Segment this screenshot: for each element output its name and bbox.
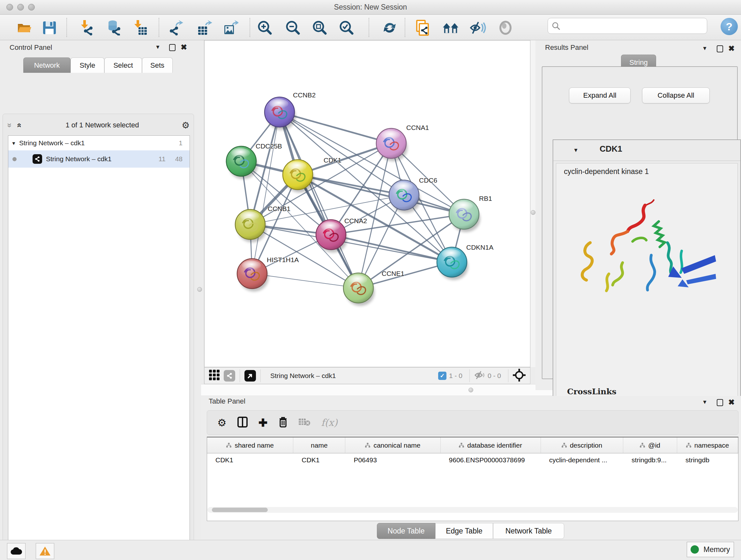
tab-style[interactable]: Style — [71, 57, 105, 73]
warnings-button[interactable] — [36, 543, 54, 559]
delete-column-trash-icon[interactable] — [278, 416, 288, 429]
close-panel-icon[interactable]: ✖ — [728, 398, 735, 407]
function-builder-icon-disabled: f(x) — [321, 417, 337, 428]
network-canvas[interactable]: CCNB2CCNA1CDC25BCDK1CDC6RB1CCNB1CCNA2CDK… — [204, 40, 530, 367]
export-image-button[interactable] — [222, 19, 240, 37]
export-network-button[interactable] — [169, 19, 186, 37]
column-header--id[interactable]: @id — [623, 437, 677, 453]
tab-select[interactable]: Select — [105, 57, 142, 73]
selected-checkbox[interactable]: ✓ — [438, 372, 447, 380]
table-row[interactable]: CDK1CDK1P064939606.ENSP00000378699cyclin… — [207, 453, 738, 467]
tab-network[interactable]: Network — [23, 57, 71, 73]
table-cell[interactable]: stringdb — [677, 456, 738, 464]
tab-sets[interactable]: Sets — [142, 57, 173, 73]
column-header-shared-name[interactable]: shared name — [207, 437, 293, 453]
birds-eye-view-icon[interactable] — [245, 370, 256, 381]
results-panel-splitter[interactable] — [530, 40, 536, 367]
column-header-description[interactable]: description — [541, 437, 623, 453]
table-cell[interactable]: P06493 — [345, 456, 441, 464]
network-edge-CCNB2-CCNA1[interactable] — [280, 112, 391, 143]
zoom-selected-button[interactable] — [338, 19, 355, 37]
export-table-button[interactable] — [196, 19, 213, 37]
expand-all-networks-icon[interactable]: » — [5, 121, 15, 130]
zoom-in-button[interactable] — [256, 19, 273, 37]
table-cell[interactable]: stringdb:9... — [623, 456, 677, 464]
new-network-from-selection-button[interactable] — [414, 19, 431, 37]
float-panel-icon[interactable] — [717, 45, 723, 52]
fit-selection-crosshair-icon[interactable] — [513, 369, 526, 383]
splitter-handle[interactable] — [197, 287, 202, 292]
network-node-CDK1[interactable] — [283, 160, 314, 192]
table-settings-gear-icon[interactable]: ⚙ — [217, 417, 226, 429]
network-row-selected[interactable]: String Network – cdk1 11 48 — [8, 150, 190, 168]
import-network-from-file-button[interactable] — [78, 19, 95, 37]
column-label: shared name — [234, 442, 274, 449]
tab-network-table[interactable]: Network Table — [493, 523, 564, 539]
collapse-all-button[interactable]: Collapse All — [642, 87, 710, 104]
network-node-CCNA2[interactable] — [316, 220, 347, 253]
splitter-handle[interactable] — [531, 210, 536, 215]
table-cell[interactable]: 9606.ENSP00000378699 — [441, 456, 541, 464]
collapse-panel-icon[interactable]: ▼ — [702, 45, 708, 52]
column-header-database-identifier[interactable]: database identifier — [441, 437, 541, 453]
network-thumbnail-icon[interactable] — [224, 370, 235, 381]
minimize-window-button[interactable] — [17, 4, 24, 10]
scrollbar-thumb[interactable] — [212, 508, 268, 512]
network-collection-row[interactable]: ▼ String Network – cdk1 1 — [8, 136, 190, 150]
column-header-namespace[interactable]: namespace — [677, 437, 738, 453]
zoom-fit-content-button[interactable] — [311, 19, 328, 37]
network-node-RB1[interactable] — [449, 199, 480, 232]
search-box[interactable] — [548, 18, 707, 34]
node-label-CDC6: CDC6 — [419, 177, 437, 184]
network-node-CDC25B[interactable] — [226, 146, 258, 179]
network-node-CCNE1[interactable] — [343, 273, 375, 306]
network-view-title: String Network – cdk1 — [270, 372, 438, 380]
import-table-from-file-button[interactable] — [132, 19, 149, 37]
expand-all-button[interactable]: Expand All — [569, 87, 630, 104]
first-neighbors-button[interactable] — [442, 19, 460, 37]
network-node-CCNB1[interactable] — [235, 209, 266, 242]
zoom-out-button[interactable] — [284, 19, 301, 37]
show-columns-icon[interactable] — [238, 417, 248, 429]
splitter-handle[interactable] — [468, 388, 473, 392]
hide-selected-button[interactable] — [469, 19, 486, 37]
collapse-panel-icon[interactable]: ▼ — [155, 44, 160, 51]
tab-edge-table[interactable]: Edge Table — [435, 523, 493, 539]
close-window-button[interactable] — [6, 4, 13, 10]
open-session-button[interactable] — [16, 19, 33, 37]
apply-preferred-layout-button[interactable] — [381, 19, 398, 37]
network-node-HIST1H1A[interactable] — [237, 259, 268, 292]
network-node-CCNA1[interactable] — [376, 128, 408, 161]
string-network-icon — [32, 154, 42, 164]
network-node-CDKN1A[interactable] — [437, 247, 468, 280]
collapse-panel-icon[interactable]: ▼ — [702, 399, 708, 406]
network-node-CDC6[interactable] — [389, 180, 420, 213]
network-edge-CCNA2-CDKN1A[interactable] — [331, 235, 452, 262]
search-input[interactable] — [560, 22, 697, 30]
gear-icon[interactable]: ⚙ — [182, 120, 190, 131]
save-session-button[interactable] — [41, 19, 58, 37]
zoom-window-button[interactable] — [28, 4, 35, 10]
close-panel-icon[interactable]: ✖ — [728, 44, 735, 53]
add-column-plus-icon[interactable]: ✚ — [259, 416, 268, 429]
import-network-from-database-button[interactable] — [105, 19, 122, 37]
table-cell[interactable]: CDK1 — [293, 456, 345, 464]
collapse-all-networks-icon[interactable]: » — [14, 121, 23, 130]
cloud-button[interactable] — [7, 543, 25, 559]
gene-collapse-icon[interactable]: ▼ — [573, 147, 579, 153]
network-graph[interactable]: CCNB2CCNA1CDC25BCDK1CDC6RB1CCNB1CCNA2CDK… — [205, 41, 530, 367]
float-panel-icon[interactable] — [169, 44, 176, 51]
float-panel-icon[interactable] — [717, 399, 723, 406]
grid-view-icon[interactable] — [209, 370, 220, 382]
close-panel-icon[interactable]: ✖ — [181, 43, 187, 52]
column-header-canonical-name[interactable]: canonical name — [345, 437, 441, 453]
memory-button[interactable]: Memory — [687, 542, 734, 557]
network-edge-CCNB2-HIST1H1A[interactable] — [252, 112, 280, 273]
column-header-name[interactable]: name — [293, 437, 345, 453]
horizontal-scrollbar[interactable] — [207, 507, 738, 513]
tree-expander-icon[interactable]: ▼ — [8, 140, 19, 146]
help-button[interactable]: ? — [721, 18, 738, 35]
table-cell[interactable]: CDK1 — [207, 456, 293, 464]
tab-node-table[interactable]: Node Table — [377, 523, 435, 539]
table-cell[interactable]: cyclin-dependent ... — [541, 456, 623, 464]
